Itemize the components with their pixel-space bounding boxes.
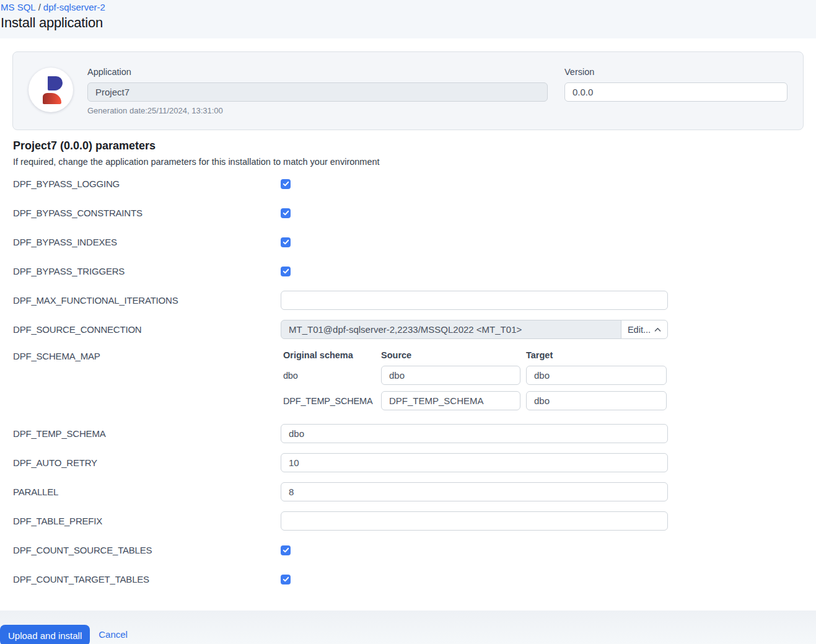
- parameters-title: Project7 (0.0.0) parameters: [13, 139, 804, 152]
- schema-source-input[interactable]: [381, 366, 520, 385]
- application-input: [87, 82, 548, 102]
- parameters-subtitle: If required, change the application para…: [13, 157, 804, 167]
- parameter-control: [281, 291, 668, 310]
- checkmark-icon: [283, 180, 289, 187]
- cancel-link[interactable]: Cancel: [99, 625, 128, 644]
- parameter-control: Original schemaSourceTargetdboDPF_TEMP_S…: [281, 349, 668, 414]
- parameter-row-dpf-schema-map: DPF_SCHEMA_MAPOriginal schemaSourceTarge…: [12, 349, 804, 414]
- schema-target-input[interactable]: [526, 366, 667, 385]
- parameter-label: DPF_BYPASS_INDEXES: [12, 236, 281, 249]
- schema-original-name: dbo: [281, 371, 381, 381]
- dpf-count-target-tables-checkbox[interactable]: [281, 575, 291, 584]
- chevron-up-icon: [654, 327, 661, 332]
- breadcrumb-link-dpf-sqlserver-2[interactable]: dpf-sqlserver-2: [43, 2, 105, 12]
- dpf-bypass-logging-checkbox[interactable]: [281, 179, 291, 189]
- parameter-row-dpf-count-source-tables: DPF_COUNT_SOURCE_TABLES: [12, 540, 804, 560]
- parameter-label: DPF_COUNT_SOURCE_TABLES: [12, 544, 281, 557]
- main-content: Application Generation date:25/11/2024, …: [0, 38, 816, 589]
- schema-map-header-row: Original schemaSourceTarget: [281, 350, 668, 360]
- parameter-control: [281, 575, 668, 584]
- application-label: Application: [87, 67, 548, 77]
- parameters-list: DPF_BYPASS_LOGGINGDPF_BYPASS_CONSTRAINTS…: [12, 174, 804, 589]
- parameter-row-dpf-count-target-tables: DPF_COUNT_TARGET_TABLES: [12, 570, 804, 589]
- dpf-count-source-tables-checkbox[interactable]: [281, 545, 291, 555]
- application-logo: [29, 68, 73, 112]
- upload-and-install-button[interactable]: Upload and install: [0, 625, 90, 644]
- parameter-control: Edit...: [281, 320, 668, 339]
- application-card: Application Generation date:25/11/2024, …: [12, 51, 804, 130]
- generation-date: Generation date:25/11/2024, 13:31:00: [87, 106, 548, 115]
- parameter-row-parallel: PARALLEL: [12, 482, 804, 501]
- parameter-row-dpf-bypass-triggers: DPF_BYPASS_TRIGGERS: [12, 262, 804, 281]
- checkmark-icon: [283, 576, 289, 583]
- parameter-row-dpf-bypass-logging: DPF_BYPASS_LOGGING: [12, 174, 804, 193]
- logo-shape-bottom: [43, 93, 61, 104]
- parameter-control: [281, 179, 668, 189]
- application-field-group: Application Generation date:25/11/2024, …: [87, 67, 548, 115]
- dpf-bypass-indexes-checkbox[interactable]: [281, 237, 291, 247]
- schema-map-row: dbo: [281, 366, 668, 385]
- checkmark-icon: [283, 268, 289, 275]
- checkmark-icon: [283, 239, 289, 245]
- schema-map-header: Target: [526, 350, 668, 360]
- logo-shape-top: [48, 76, 63, 90]
- parameter-control: [281, 424, 668, 443]
- page-title: Install application: [1, 15, 804, 31]
- breadcrumb-separator: /: [38, 2, 41, 12]
- parameter-label: DPF_TABLE_PREFIX: [12, 514, 281, 527]
- checkmark-icon: [283, 210, 289, 216]
- schema-map-header: Original schema: [281, 350, 381, 360]
- breadcrumb-link-ms-sql[interactable]: MS SQL: [1, 2, 36, 12]
- parameter-control: [281, 208, 668, 218]
- parameter-label: DPF_AUTO_RETRY: [12, 456, 281, 469]
- dpf-table-prefix-input[interactable]: [281, 511, 668, 531]
- schema-target-input[interactable]: [526, 391, 667, 410]
- parameter-control: [281, 453, 668, 472]
- parameter-label: DPF_MAX_FUNCTIONAL_ITERATIONS: [12, 294, 281, 307]
- parameter-row-dpf-source-connection: DPF_SOURCE_CONNECTIONEdit...: [12, 320, 804, 339]
- parameter-control: [281, 545, 668, 555]
- parameter-label: PARALLEL: [12, 485, 281, 498]
- page-header: MS SQL/dpf-sqlserver-2 Install applicati…: [0, 0, 816, 38]
- schema-original-name: DPF_TEMP_SCHEMA: [281, 396, 381, 406]
- parameter-control: [281, 511, 668, 531]
- parameter-label: DPF_SCHEMA_MAP: [12, 349, 281, 363]
- source-connection-group: Edit...: [281, 320, 668, 339]
- checkmark-icon: [283, 547, 289, 554]
- dpf-auto-retry-input[interactable]: [281, 453, 668, 472]
- schema-map-header: Source: [381, 350, 526, 360]
- parameter-label: DPF_BYPASS_LOGGING: [12, 177, 281, 190]
- parameter-control: [281, 482, 668, 501]
- version-label: Version: [564, 67, 787, 77]
- parameter-label: DPF_SOURCE_CONNECTION: [12, 323, 281, 336]
- parameter-row-dpf-temp-schema: DPF_TEMP_SCHEMA: [12, 424, 804, 443]
- parameter-control: [281, 237, 668, 247]
- edit-connection-button-label: Edit...: [628, 325, 651, 335]
- parameter-row-dpf-bypass-indexes: DPF_BYPASS_INDEXES: [12, 232, 804, 252]
- parameter-row-dpf-auto-retry: DPF_AUTO_RETRY: [12, 453, 804, 472]
- parameter-label: DPF_TEMP_SCHEMA: [12, 427, 281, 440]
- parameter-label: DPF_BYPASS_CONSTRAINTS: [12, 206, 281, 219]
- parameter-row-dpf-table-prefix: DPF_TABLE_PREFIX: [12, 511, 804, 531]
- schema-map-table: Original schemaSourceTargetdboDPF_TEMP_S…: [281, 349, 668, 414]
- version-input[interactable]: [564, 82, 787, 102]
- parameter-row-dpf-max-functional-iterations: DPF_MAX_FUNCTIONAL_ITERATIONS: [12, 291, 804, 310]
- parameter-row-dpf-bypass-constraints: DPF_BYPASS_CONSTRAINTS: [12, 203, 804, 223]
- dpf-max-functional-iterations-input[interactable]: [281, 291, 668, 310]
- parameter-control: [281, 267, 668, 276]
- dpf-source-connection-input: [281, 320, 621, 339]
- schema-source-input[interactable]: [381, 391, 520, 410]
- edit-connection-button[interactable]: Edit...: [621, 320, 668, 339]
- dpf-temp-schema-input[interactable]: [281, 424, 668, 443]
- parameter-label: DPF_BYPASS_TRIGGERS: [12, 265, 281, 278]
- dpf-bypass-triggers-checkbox[interactable]: [281, 267, 291, 276]
- parameter-label: DPF_COUNT_TARGET_TABLES: [12, 573, 281, 586]
- version-field-group: Version: [564, 67, 787, 115]
- breadcrumb: MS SQL/dpf-sqlserver-2: [1, 2, 804, 12]
- schema-map-row: DPF_TEMP_SCHEMA: [281, 391, 668, 410]
- parallel-input[interactable]: [281, 482, 668, 501]
- footer-bar: Upload and install Cancel: [0, 611, 816, 644]
- dpf-bypass-constraints-checkbox[interactable]: [281, 208, 291, 218]
- install-application-page: MS SQL/dpf-sqlserver-2 Install applicati…: [0, 0, 816, 644]
